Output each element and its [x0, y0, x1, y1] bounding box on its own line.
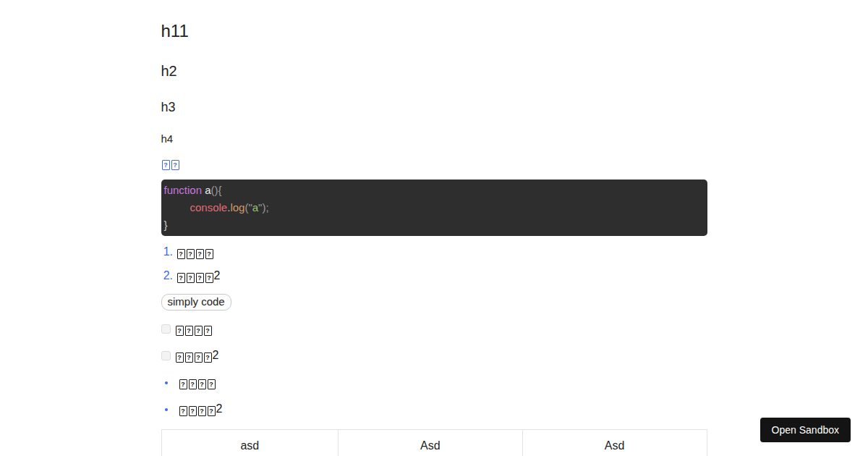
- table-header-cell: Asd: [339, 430, 523, 456]
- code-token-method: log: [230, 201, 244, 214]
- task-item-label: ????2: [175, 349, 219, 363]
- code-token-close-paren: ");: [258, 201, 269, 214]
- list-item: ????: [176, 245, 707, 259]
- code-token-function-name: a: [202, 184, 211, 196]
- link-paragraph: ??: [161, 156, 707, 170]
- bullet-list-item: ????: [161, 376, 707, 389]
- inline-code-chip: simply code: [161, 294, 231, 311]
- data-table: asd Asd Asd: [161, 429, 707, 456]
- bullet-list: ???? ????2: [161, 376, 707, 416]
- checkbox-unchecked[interactable]: [161, 351, 171, 360]
- ordered-list: ???? ????2: [161, 245, 707, 283]
- code-token-keyword: function: [164, 184, 203, 196]
- code-token-open-paren: (": [244, 201, 252, 214]
- bullet-list-item: ????2: [161, 402, 707, 416]
- page-title: h11: [161, 22, 707, 40]
- bullet-icon: [165, 408, 168, 411]
- doc-link[interactable]: ??: [161, 156, 180, 169]
- code-line-3: }: [164, 216, 702, 234]
- code-token-string: a: [252, 201, 258, 214]
- heading-h3: h3: [161, 101, 707, 114]
- code-line-2: console.log("a");: [164, 199, 702, 216]
- bullet-item-label: ????: [179, 376, 216, 389]
- heading-h2: h2: [161, 64, 707, 78]
- list-item-label: ????2: [176, 269, 221, 282]
- code-token-punct: (){: [211, 184, 222, 196]
- bullet-item-label: ????2: [179, 402, 223, 416]
- markdown-content: h11 h2 h3 h4 ?? function a(){console.log…: [161, 0, 707, 456]
- task-list-item: ????2: [161, 349, 707, 363]
- code-line-1: function a(){: [164, 182, 702, 199]
- bullet-icon: [165, 381, 168, 384]
- task-item-label: ????: [175, 322, 213, 336]
- list-item-label: ????: [176, 245, 214, 258]
- checkbox-unchecked[interactable]: [161, 324, 171, 334]
- heading-h4: h4: [161, 133, 707, 144]
- list-item: ????2: [176, 269, 707, 283]
- code-block: function a(){console.log("a");}: [161, 180, 707, 236]
- table-header-cell: asd: [161, 430, 339, 456]
- task-list-item: ????: [161, 322, 707, 336]
- table-header-cell: Asd: [522, 430, 707, 456]
- code-token-object: console: [190, 201, 228, 214]
- inline-code-paragraph: simply code: [161, 294, 707, 311]
- table-header-row: asd Asd Asd: [161, 430, 707, 456]
- code-token-brace: }: [164, 219, 168, 231]
- task-list: ???? ????2: [161, 322, 707, 363]
- open-sandbox-button[interactable]: Open Sandbox: [760, 418, 851, 442]
